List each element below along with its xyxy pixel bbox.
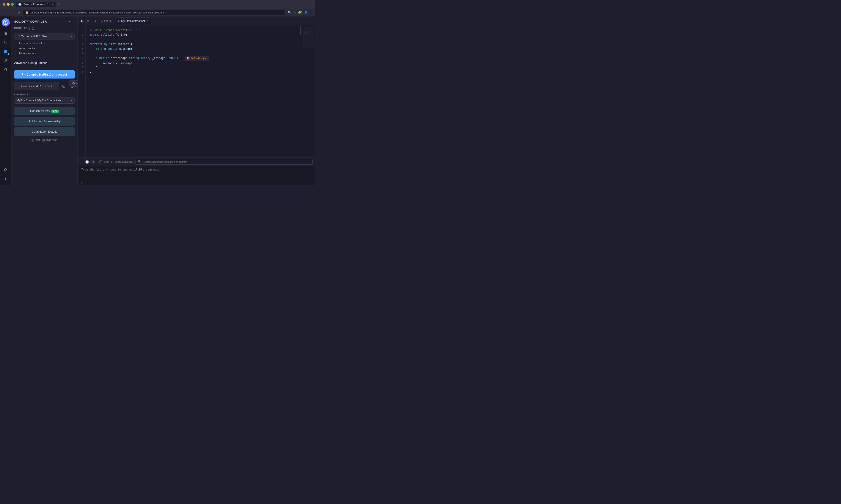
- zoom-icon[interactable]: 🔍: [288, 11, 291, 14]
- compiler-version-select-wrap: 0.8.22+commit.4fc1097e ▼: [14, 33, 75, 39]
- auto-compile-label: Auto compile: [19, 47, 35, 50]
- compiler-label: COMPILER: [14, 27, 28, 30]
- traffic-light-red[interactable]: [3, 3, 5, 6]
- console-expand-icon[interactable]: ⇅: [81, 160, 83, 164]
- editor-zoom-in-button[interactable]: ⊕: [86, 18, 91, 23]
- app-layout: SOLIDITY COMPILER ✓ › COMPILER + 0.8.22+…: [0, 16, 315, 185]
- tab-home[interactable]: ⌂ Home: [99, 18, 114, 24]
- listen-label: listen on all transactions: [104, 160, 133, 163]
- swarm-dot-3: [58, 121, 60, 123]
- auto-compile-row: Auto compile: [14, 47, 75, 50]
- compilation-details-button[interactable]: Compilation Details: [14, 127, 75, 136]
- ipfs-badge: IPFS: [51, 110, 59, 113]
- sidebar-title: SOLIDITY COMPILER: [14, 20, 47, 23]
- address-bar[interactable]: 🔒 remix.ethereum.org/#lang=en&optimize=f…: [23, 10, 286, 15]
- gas-icon: ⛽: [187, 56, 190, 60]
- scrollbar-thumb: [300, 26, 302, 35]
- include-nightly-label: Include nightly builds: [19, 42, 45, 45]
- nav-forward-button[interactable]: →: [10, 10, 15, 15]
- sidebar-item-git[interactable]: [2, 57, 10, 65]
- bytecode-button[interactable]: Bytecode: [42, 139, 57, 142]
- new-tab-button[interactable]: +: [56, 2, 61, 7]
- sidebar-item-files[interactable]: [2, 29, 10, 37]
- advanced-configurations-label: Advanced Configurations: [14, 61, 47, 65]
- sidebar-item-wrench[interactable]: [2, 166, 10, 174]
- compile-run-info-button[interactable]: [61, 83, 67, 89]
- tab-home-label: Home: [104, 19, 111, 22]
- code-content[interactable]: // SPDX-License-Identifier: MIT pragma s…: [86, 25, 300, 158]
- lock-icon: 🔒: [25, 11, 29, 14]
- nav-back-button[interactable]: ←: [3, 10, 8, 15]
- nav-reload-button[interactable]: ↻: [16, 10, 21, 15]
- remix-favicon-icon: [18, 3, 21, 6]
- bytecode-label: Bytecode: [46, 139, 57, 142]
- remix-logo[interactable]: [2, 18, 10, 26]
- bookmark-icon[interactable]: ☆: [293, 11, 296, 14]
- swarm-dot-1: [54, 121, 56, 122]
- browser-nav-actions: 🔍 ☆ 🧩 👤 ⋮: [288, 11, 313, 14]
- extensions-icon[interactable]: 🧩: [298, 11, 302, 14]
- editor-run-button[interactable]: ▶: [80, 18, 85, 23]
- compile-main-button[interactable]: ↻ Compile MyFirstContract.sol: [14, 70, 75, 78]
- compile-run-button[interactable]: Compile and Run script: [14, 82, 59, 90]
- publish-ipfs-button[interactable]: Publish on Ipfs IPFS: [14, 107, 75, 115]
- console-search-bar: 🔍: [135, 159, 313, 165]
- gas-tooltip: ⛽infinite gas: [185, 56, 209, 61]
- advanced-configurations-section[interactable]: Advanced Configurations ›: [14, 59, 75, 67]
- compile-arrow-icon: ↻: [22, 73, 25, 76]
- compile-run-copy-button[interactable]: [68, 83, 75, 89]
- abi-bytecode-row: ABI Bytecode: [14, 139, 75, 142]
- traffic-light-yellow[interactable]: [7, 3, 10, 6]
- address-text: remix.ethereum.org/#lang=en&optimize=fal…: [30, 11, 164, 14]
- compiler-version-select[interactable]: 0.8.22+commit.4fc1097e: [14, 33, 75, 39]
- profile-icon[interactable]: 👤: [304, 11, 308, 14]
- browser-tab-remix[interactable]: Remix - Ethereum IDE ✕: [16, 2, 56, 7]
- include-nightly-row: Include nightly builds: [14, 42, 75, 45]
- hide-warnings-checkbox[interactable]: [14, 52, 17, 55]
- contract-select[interactable]: MyFirstContract (MyFirstContract.sol: [14, 97, 75, 104]
- sidebar-item-settings[interactable]: [2, 175, 10, 183]
- code-line-10: }: [89, 70, 296, 75]
- tab-close-button[interactable]: ✕: [146, 20, 148, 22]
- console-prompt: >: [78, 181, 315, 185]
- code-line-5: string public message;: [89, 47, 296, 51]
- minimap-content: // SPDX-Licensepragma soliditycontract M…: [303, 27, 314, 48]
- svg-point-6: [6, 59, 6, 60]
- publish-swarm-button[interactable]: Publish on Swarm: [14, 117, 75, 126]
- browser-tabs: Remix - Ethereum IDE ✕ +: [16, 2, 313, 7]
- include-nightly-checkbox[interactable]: [14, 42, 17, 45]
- swarm-icon: [54, 120, 60, 123]
- abi-button[interactable]: ABI: [32, 139, 40, 142]
- traffic-light-green[interactable]: [11, 3, 14, 6]
- tab-my-first-contract[interactable]: ◆ MyFirstContract.sol ✕: [115, 18, 151, 24]
- sidebar-item-compiler[interactable]: [2, 48, 10, 56]
- svg-rect-3: [4, 50, 7, 53]
- hide-warnings-label: Hide warnings: [19, 52, 37, 55]
- editor-area: ▶ ⊕ ⊖ ⌂ Home ◆ MyFirstContract.sol ✕ 1 2…: [78, 16, 315, 185]
- svg-point-7: [5, 179, 6, 180]
- console-search-input[interactable]: [143, 160, 310, 163]
- sidebar-check-icon[interactable]: ✓: [68, 19, 71, 24]
- code-line-3: [89, 37, 296, 42]
- listen-checkbox[interactable]: [99, 160, 102, 163]
- sidebar-arrow-icon[interactable]: ›: [73, 19, 75, 24]
- compile-run-row: Compile and Run script: [14, 82, 75, 90]
- publish-swarm-label: Publish on Swarm: [29, 120, 53, 123]
- code-line-7: function setMessage(string memory _messa…: [89, 56, 296, 61]
- editor-zoom-out-button[interactable]: ⊖: [92, 18, 98, 23]
- browser-nav: ← → ↻ 🔒 remix.ethereum.org/#lang=en&opti…: [0, 9, 315, 16]
- sidebar-item-search[interactable]: [2, 38, 10, 47]
- tab-home-icon: ⌂: [101, 19, 103, 22]
- browser-titlebar: Remix - Ethereum IDE ✕ +: [0, 0, 315, 9]
- console-clock-icon[interactable]: 🕐: [85, 160, 89, 164]
- console-output-text: Type the library name to see available c…: [81, 168, 161, 171]
- sidebar-item-debug[interactable]: [2, 66, 10, 74]
- sidebar-header-actions: ✓ ›: [68, 19, 75, 24]
- svg-point-5: [4, 61, 5, 62]
- compiler-sync-button[interactable]: [31, 27, 34, 31]
- editor-scrollbar[interactable]: [300, 25, 302, 158]
- browser-tab-close[interactable]: ✕: [52, 3, 53, 6]
- compiler-add-button[interactable]: +: [29, 27, 30, 31]
- more-icon[interactable]: ⋮: [309, 11, 313, 14]
- auto-compile-checkbox[interactable]: [14, 47, 17, 50]
